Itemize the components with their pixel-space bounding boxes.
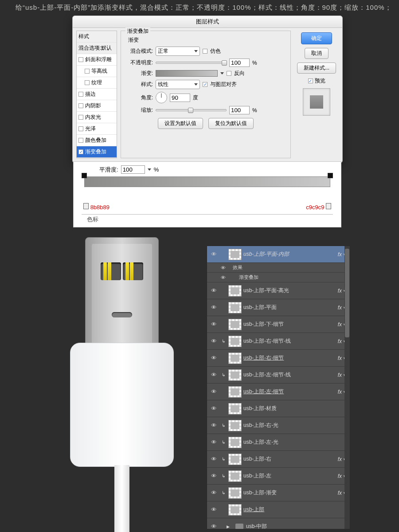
fx-label[interactable]: fx <box>338 473 342 479</box>
style-gradient-overlay[interactable]: 渐变叠加 <box>77 146 117 158</box>
blend-options-header[interactable]: 混合选项:默认 <box>77 43 117 54</box>
opacity-stop-left[interactable] <box>82 173 87 178</box>
gradient-bar[interactable] <box>84 176 330 187</box>
style-list[interactable]: 样式 混合选项:默认 斜面和浮雕 等高线 纹理 描边 内阴影 内发光 光泽 颜色… <box>76 31 117 158</box>
layer-thumb[interactable] <box>228 302 242 313</box>
link-icon[interactable]: ↳ <box>220 440 227 445</box>
scrollbar-thumb[interactable] <box>345 249 349 337</box>
chevron-icon[interactable]: ▶ <box>227 524 233 529</box>
link-icon[interactable]: ↳ <box>220 473 227 478</box>
eye-icon[interactable]: 👁 <box>207 456 220 462</box>
fx-label[interactable]: fx <box>338 305 342 311</box>
layer-row[interactable]: 👁usb-上部-右-细节fx▾ <box>207 350 350 367</box>
style-contour[interactable]: 等高线 <box>77 66 117 77</box>
link-icon[interactable]: ↳ <box>220 457 227 462</box>
layer-row[interactable]: 👁↳usb-上部-右-光 <box>207 417 350 434</box>
style-bevel[interactable]: 斜面和浮雕 <box>77 54 117 66</box>
layer-row[interactable]: 👁usb-上部-材质 <box>207 400 350 417</box>
style-select[interactable]: 线性 <box>156 80 200 89</box>
align-checkbox[interactable] <box>203 82 207 87</box>
reverse-checkbox[interactable] <box>227 71 231 76</box>
fx-label[interactable]: fx <box>338 355 342 361</box>
link-icon[interactable]: ↳ <box>220 423 227 428</box>
eye-icon[interactable]: 👁 <box>207 506 220 513</box>
fx-label[interactable]: fx <box>338 490 342 496</box>
eye-icon[interactable]: 👁 <box>207 355 220 361</box>
reset-default-button[interactable]: 复位为默认值 <box>208 118 254 129</box>
link-icon[interactable]: ↳ <box>220 339 227 344</box>
eye-icon[interactable]: 👁 <box>207 251 220 258</box>
eye-icon[interactable]: 👁 <box>207 287 220 294</box>
layer-thumb[interactable] <box>228 437 242 448</box>
opacity-slider[interactable] <box>156 62 227 64</box>
angle-input[interactable] <box>170 94 190 102</box>
opacity-input[interactable] <box>229 59 250 67</box>
layer-row[interactable]: 👁↳usb-上部-左fx▾ <box>207 468 350 485</box>
scale-input[interactable] <box>229 106 250 114</box>
scale-slider[interactable] <box>156 109 227 111</box>
layer-row[interactable]: 👁usb-上部-左-细节fx▾ <box>207 383 350 400</box>
eye-icon[interactable]: 👁 <box>207 321 220 328</box>
layer-row[interactable]: 👁↳usb-上部-左-细节-线fx▾ <box>207 367 350 383</box>
layer-row[interactable]: 👁usb-上部-平面fx▾ <box>207 299 350 316</box>
fx-label[interactable]: fx <box>338 251 342 258</box>
chevron-down-icon[interactable] <box>220 72 224 74</box>
eye-icon[interactable]: 👁 <box>207 388 220 395</box>
eye-icon[interactable]: 👁 <box>207 405 220 412</box>
preview-checkbox[interactable] <box>308 78 313 83</box>
gradient-picker[interactable] <box>156 70 218 77</box>
layer-thumb[interactable] <box>228 454 242 465</box>
trash-icon[interactable] <box>83 203 89 209</box>
link-icon[interactable]: ↳ <box>220 490 227 495</box>
layer-row[interactable]: 👁↳usb-上部-右-细节-线fx▾ <box>207 333 350 350</box>
fx-label[interactable]: fx <box>338 338 342 344</box>
fx-label[interactable]: fx <box>338 456 342 462</box>
eye-icon[interactable]: 👁 <box>207 439 220 446</box>
link-icon[interactable]: ↳ <box>220 372 227 377</box>
eye-icon[interactable]: 👁 <box>207 422 220 429</box>
layer-row[interactable]: 👁↳usb-上部-渐变fx▾ <box>207 485 350 501</box>
layer-row[interactable]: 👁▶usb-中部 <box>207 518 350 529</box>
fx-label[interactable]: fx <box>338 389 342 395</box>
dither-checkbox[interactable] <box>203 49 207 54</box>
style-stroke[interactable]: 描边 <box>77 89 117 100</box>
layer-thumb[interactable] <box>228 386 242 398</box>
scrollbar[interactable] <box>344 246 350 529</box>
layer-thumb[interactable] <box>228 285 242 297</box>
eye-icon[interactable]: 👁 <box>207 372 220 378</box>
layer-row[interactable]: 👁usb-上部-平面-高光fx▾ <box>207 282 350 299</box>
eye-icon[interactable]: 👁 <box>207 489 220 496</box>
layer-thumb[interactable] <box>228 336 242 347</box>
layer-thumb[interactable] <box>228 470 242 482</box>
eye-icon[interactable]: 👁 <box>207 304 220 311</box>
smooth-input[interactable] <box>121 165 145 174</box>
layer-thumb[interactable] <box>228 352 242 364</box>
new-style-button[interactable]: 新建样式... <box>297 63 336 74</box>
ok-button[interactable]: 确定 <box>301 32 332 44</box>
layer-thumb[interactable] <box>228 249 242 260</box>
eye-icon[interactable]: 👁 <box>207 338 220 344</box>
style-inner-glow[interactable]: 内发光 <box>77 112 117 123</box>
style-color-overlay[interactable]: 颜色叠加 <box>77 135 117 146</box>
layer-row[interactable]: 👁usb-上部-平面-内部fx▾ <box>207 246 350 263</box>
style-satin[interactable]: 光泽 <box>77 123 117 135</box>
layer-thumb[interactable] <box>228 487 242 499</box>
eye-icon[interactable]: 👁 <box>207 473 220 479</box>
layer-thumb[interactable] <box>228 403 242 415</box>
fx-label[interactable]: fx <box>338 288 342 294</box>
style-texture[interactable]: 纹理 <box>77 77 117 89</box>
style-inner-shadow[interactable]: 内阴影 <box>77 100 117 112</box>
eye-icon[interactable]: 👁 <box>207 523 220 529</box>
layer-thumb[interactable] <box>228 504 242 516</box>
layer-thumb[interactable] <box>228 420 242 431</box>
trash-icon[interactable] <box>326 203 331 209</box>
make-default-button[interactable]: 设置为默认值 <box>158 118 203 129</box>
layer-thumb[interactable] <box>228 369 242 381</box>
angle-dial[interactable] <box>156 92 167 103</box>
fx-label[interactable]: fx <box>338 372 342 378</box>
blend-mode-select[interactable]: 正常 <box>156 47 200 56</box>
layer-row[interactable]: 👁↳usb-上部-右fx▾ <box>207 451 350 468</box>
effect-item[interactable]: 👁渐变叠加 <box>207 273 350 282</box>
layer-thumb[interactable] <box>228 319 242 330</box>
layer-row[interactable]: 👁↳usb-上部-左-光 <box>207 434 350 451</box>
